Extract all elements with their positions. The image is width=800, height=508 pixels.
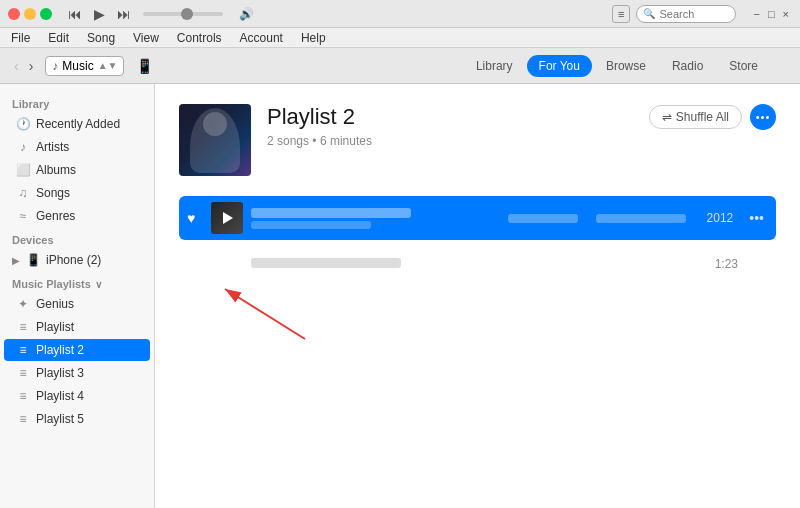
tab-for-you[interactable]: For You bbox=[527, 55, 592, 77]
play-button[interactable]: ▶ bbox=[90, 4, 109, 24]
volume-icon: 🔊 bbox=[239, 7, 254, 21]
sidebar-item-playlist3[interactable]: ≡ Playlist 3 bbox=[4, 362, 150, 384]
minimize-window-button[interactable] bbox=[24, 8, 36, 20]
heart-icon[interactable]: ♥ bbox=[187, 210, 203, 226]
track-more-button[interactable]: ••• bbox=[745, 210, 768, 226]
track-row[interactable]: ♥ 2012 ••• bbox=[179, 196, 776, 240]
play-overlay bbox=[211, 202, 243, 234]
songs-icon: ♫ bbox=[16, 186, 30, 200]
artwork-silhouette bbox=[190, 108, 240, 173]
close-window-button[interactable] bbox=[8, 8, 20, 20]
menu-controls[interactable]: Controls bbox=[174, 30, 225, 46]
sidebar-label-recently-added: Recently Added bbox=[36, 117, 120, 131]
recently-added-icon: 🕐 bbox=[16, 117, 30, 131]
music-label: Music bbox=[62, 59, 93, 73]
playlist-title: Playlist 2 bbox=[267, 104, 649, 130]
sidebar-item-playlist4[interactable]: ≡ Playlist 4 bbox=[4, 385, 150, 407]
music-selector[interactable]: ♪ Music ▲▼ bbox=[45, 56, 124, 76]
nav-arrows: ‹ › bbox=[10, 56, 37, 76]
sidebar-item-albums[interactable]: ⬜ Albums bbox=[4, 159, 150, 181]
win-close-button[interactable]: × bbox=[780, 8, 792, 20]
artwork-figure bbox=[179, 104, 251, 176]
sidebar-library-section: Library bbox=[0, 92, 154, 112]
iphone-icon: 📱 bbox=[26, 253, 40, 267]
playlist-actions: ⇌ Shuffle All ••• bbox=[649, 104, 776, 130]
tab-store[interactable]: Store bbox=[717, 55, 770, 77]
win-minimize-button[interactable]: − bbox=[750, 8, 762, 20]
track-name-area-2 bbox=[251, 258, 707, 271]
playlist-icon: ≡ bbox=[16, 320, 30, 334]
title-bar: ⏮ ▶ ⏭ 🔊 ≡ 🔍 − □ × bbox=[0, 0, 800, 28]
device-icon: 📱 bbox=[136, 58, 153, 74]
track-row[interactable]: 1:23 bbox=[179, 242, 776, 286]
sidebar-item-playlist5[interactable]: ≡ Playlist 5 bbox=[4, 408, 150, 430]
progress-thumb bbox=[181, 8, 193, 20]
sidebar-devices-section: Devices bbox=[0, 228, 154, 248]
playlist-info: Playlist 2 2 songs • 6 minutes bbox=[267, 104, 649, 148]
music-note-icon: ♪ bbox=[52, 59, 58, 73]
sidebar-label-albums: Albums bbox=[36, 163, 76, 177]
sidebar-label-songs: Songs bbox=[36, 186, 70, 200]
menu-view[interactable]: View bbox=[130, 30, 162, 46]
sidebar-item-recently-added[interactable]: 🕐 Recently Added bbox=[4, 113, 150, 135]
sidebar-item-songs[interactable]: ♫ Songs bbox=[4, 182, 150, 204]
progress-track[interactable] bbox=[143, 12, 223, 16]
track-artist-blur bbox=[251, 221, 371, 229]
sidebar-item-artists[interactable]: ♪ Artists bbox=[4, 136, 150, 158]
menu-help[interactable]: Help bbox=[298, 30, 329, 46]
maximize-window-button[interactable] bbox=[40, 8, 52, 20]
play-triangle-icon bbox=[223, 212, 233, 224]
transport-controls: ⏮ ▶ ⏭ bbox=[64, 4, 135, 24]
arrow-annotation bbox=[205, 279, 325, 349]
playlist-artwork bbox=[179, 104, 251, 176]
sidebar-label-playlist5: Playlist 5 bbox=[36, 412, 84, 426]
list-view-button[interactable]: ≡ bbox=[612, 5, 630, 23]
playlist-meta: 2 songs • 6 minutes bbox=[267, 134, 649, 148]
sidebar-label-playlist2: Playlist 2 bbox=[36, 343, 84, 357]
search-input[interactable] bbox=[659, 8, 729, 20]
sidebar-item-genres[interactable]: ≈ Genres bbox=[4, 205, 150, 227]
sidebar-item-playlist2[interactable]: ≡ Playlist 2 bbox=[4, 339, 150, 361]
genres-icon: ≈ bbox=[16, 209, 30, 223]
menu-edit[interactable]: Edit bbox=[45, 30, 72, 46]
track-duration: 1:23 bbox=[715, 257, 768, 271]
search-icon: 🔍 bbox=[643, 8, 655, 19]
menu-file[interactable]: File bbox=[8, 30, 33, 46]
tab-library[interactable]: Library bbox=[464, 55, 525, 77]
content-area: Playlist 2 2 songs • 6 minutes ⇌ Shuffle… bbox=[155, 84, 800, 508]
sidebar-label-genres: Genres bbox=[36, 209, 75, 223]
expand-arrow-icon: ▶ bbox=[12, 255, 20, 266]
playlists-chevron-icon: ∨ bbox=[95, 279, 102, 290]
chevron-icon: ▲▼ bbox=[98, 60, 118, 71]
menu-song[interactable]: Song bbox=[84, 30, 118, 46]
tab-radio[interactable]: Radio bbox=[660, 55, 715, 77]
track-year: 2012 bbox=[698, 211, 733, 225]
sidebar-item-iphone[interactable]: ▶ 📱 iPhone (2) bbox=[4, 249, 150, 271]
main-layout: Library 🕐 Recently Added ♪ Artists ⬜ Alb… bbox=[0, 84, 800, 508]
window-controls bbox=[8, 8, 52, 20]
track-name-blur bbox=[251, 208, 411, 218]
more-options-button[interactable]: ••• bbox=[750, 104, 776, 130]
more-icon: ••• bbox=[756, 111, 771, 123]
playlist3-icon: ≡ bbox=[16, 366, 30, 380]
back-button[interactable]: ⏮ bbox=[64, 4, 86, 24]
tab-browse[interactable]: Browse bbox=[594, 55, 658, 77]
nav-forward-button[interactable]: › bbox=[25, 56, 38, 76]
win-maximize-button[interactable]: □ bbox=[765, 8, 778, 20]
sidebar-item-playlist[interactable]: ≡ Playlist bbox=[4, 316, 150, 338]
sidebar-label-artists: Artists bbox=[36, 140, 69, 154]
shuffle-all-button[interactable]: ⇌ Shuffle All bbox=[649, 105, 742, 129]
menu-bar: File Edit Song View Controls Account Hel… bbox=[0, 28, 800, 48]
track-name-blur2 bbox=[251, 258, 401, 268]
sidebar-label-genius: Genius bbox=[36, 297, 74, 311]
shuffle-icon: ⇌ bbox=[662, 110, 672, 124]
search-box[interactable]: 🔍 bbox=[636, 5, 736, 23]
sidebar-item-genius[interactable]: ✦ Genius bbox=[4, 293, 150, 315]
playlist4-icon: ≡ bbox=[16, 389, 30, 403]
menu-account[interactable]: Account bbox=[237, 30, 286, 46]
progress-bar-area[interactable] bbox=[143, 12, 223, 16]
sidebar-label-playlist3: Playlist 3 bbox=[36, 366, 84, 380]
sidebar: Library 🕐 Recently Added ♪ Artists ⬜ Alb… bbox=[0, 84, 155, 508]
nav-back-button[interactable]: ‹ bbox=[10, 56, 23, 76]
forward-button[interactable]: ⏭ bbox=[113, 4, 135, 24]
